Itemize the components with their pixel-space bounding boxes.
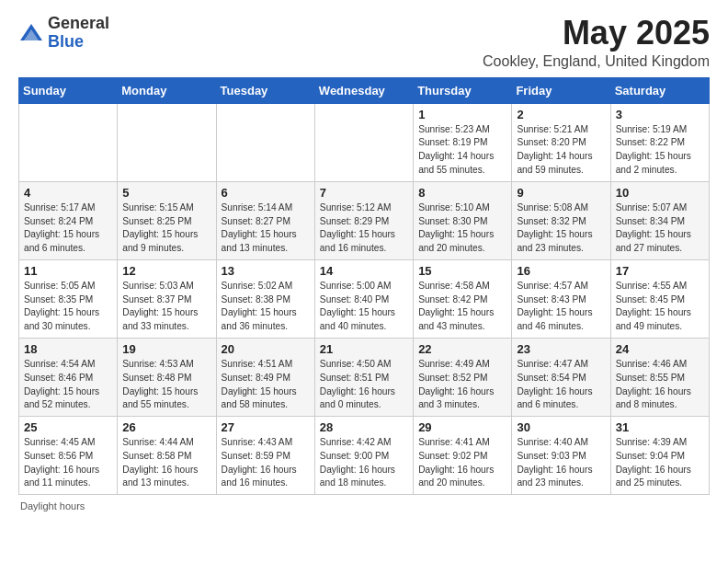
- calendar-cell: 20Sunrise: 4:51 AM Sunset: 8:49 PM Dayli…: [216, 338, 314, 416]
- day-info: Sunrise: 4:55 AM Sunset: 8:45 PM Dayligh…: [616, 280, 704, 334]
- day-number: 22: [418, 342, 506, 356]
- calendar-cell: 9Sunrise: 5:08 AM Sunset: 8:32 PM Daylig…: [512, 181, 610, 259]
- weekday-header-sunday: Sunday: [19, 77, 118, 103]
- weekday-header-wednesday: Wednesday: [314, 77, 413, 103]
- weekday-header-row: SundayMondayTuesdayWednesdayThursdayFrid…: [19, 77, 710, 103]
- day-info: Sunrise: 4:58 AM Sunset: 8:42 PM Dayligh…: [418, 280, 506, 334]
- logo: General Blue: [18, 15, 109, 52]
- calendar-cell: [118, 103, 216, 181]
- day-info: Sunrise: 5:19 AM Sunset: 8:22 PM Dayligh…: [616, 123, 704, 178]
- calendar-cell: 10Sunrise: 5:07 AM Sunset: 8:34 PM Dayli…: [610, 181, 709, 259]
- calendar-cell: 26Sunrise: 4:44 AM Sunset: 8:58 PM Dayli…: [118, 417, 216, 495]
- calendar-cell: 11Sunrise: 5:05 AM Sunset: 8:35 PM Dayli…: [19, 259, 118, 338]
- weekday-header-saturday: Saturday: [610, 77, 709, 103]
- day-number: 23: [517, 342, 605, 356]
- day-info: Sunrise: 4:57 AM Sunset: 8:43 PM Dayligh…: [517, 280, 605, 334]
- weekday-header-friday: Friday: [512, 77, 610, 103]
- page: General Blue May 2025 Cookley, England, …: [0, 0, 728, 521]
- day-info: Sunrise: 5:23 AM Sunset: 8:19 PM Dayligh…: [418, 123, 506, 178]
- day-info: Sunrise: 4:50 AM Sunset: 8:51 PM Dayligh…: [320, 358, 408, 412]
- day-number: 7: [320, 186, 408, 200]
- calendar-cell: [19, 103, 118, 181]
- calendar-cell: 17Sunrise: 4:55 AM Sunset: 8:45 PM Dayli…: [610, 259, 709, 338]
- day-info: Sunrise: 5:14 AM Sunset: 8:27 PM Dayligh…: [222, 201, 310, 256]
- month-title: May 2025: [483, 15, 710, 52]
- day-info: Sunrise: 4:47 AM Sunset: 8:54 PM Dayligh…: [517, 358, 605, 412]
- day-info: Sunrise: 5:05 AM Sunset: 8:35 PM Dayligh…: [24, 280, 112, 334]
- header: General Blue May 2025 Cookley, England, …: [18, 15, 710, 70]
- logo-icon: [18, 20, 44, 46]
- calendar-cell: 22Sunrise: 4:49 AM Sunset: 8:52 PM Dayli…: [414, 338, 512, 416]
- day-number: 25: [24, 420, 112, 434]
- day-info: Sunrise: 4:53 AM Sunset: 8:48 PM Dayligh…: [122, 358, 210, 412]
- day-number: 17: [616, 264, 704, 278]
- calendar-cell: 21Sunrise: 4:50 AM Sunset: 8:51 PM Dayli…: [314, 338, 413, 416]
- day-info: Sunrise: 4:39 AM Sunset: 9:04 PM Dayligh…: [616, 436, 704, 490]
- day-number: 26: [122, 420, 210, 434]
- day-number: 4: [24, 186, 112, 200]
- calendar-cell: 18Sunrise: 4:54 AM Sunset: 8:46 PM Dayli…: [19, 338, 118, 416]
- calendar-cell: 15Sunrise: 4:58 AM Sunset: 8:42 PM Dayli…: [414, 259, 512, 338]
- day-info: Sunrise: 5:08 AM Sunset: 8:32 PM Dayligh…: [517, 201, 605, 256]
- day-number: 29: [418, 420, 506, 434]
- calendar-cell: 4Sunrise: 5:17 AM Sunset: 8:24 PM Daylig…: [19, 181, 118, 259]
- day-number: 11: [24, 264, 112, 278]
- calendar-cell: 14Sunrise: 5:00 AM Sunset: 8:40 PM Dayli…: [314, 259, 413, 338]
- calendar-cell: 8Sunrise: 5:10 AM Sunset: 8:30 PM Daylig…: [414, 181, 512, 259]
- day-info: Sunrise: 5:10 AM Sunset: 8:30 PM Dayligh…: [418, 201, 506, 256]
- calendar-cell: 25Sunrise: 4:45 AM Sunset: 8:56 PM Dayli…: [19, 417, 118, 495]
- logo-blue-text: Blue: [48, 33, 109, 52]
- calendar-cell: 31Sunrise: 4:39 AM Sunset: 9:04 PM Dayli…: [610, 417, 709, 495]
- calendar-cell: 3Sunrise: 5:19 AM Sunset: 8:22 PM Daylig…: [610, 103, 709, 181]
- day-number: 28: [320, 420, 408, 434]
- day-info: Sunrise: 4:45 AM Sunset: 8:56 PM Dayligh…: [24, 436, 112, 490]
- day-info: Sunrise: 5:03 AM Sunset: 8:37 PM Dayligh…: [122, 280, 210, 334]
- day-number: 6: [222, 186, 310, 200]
- calendar-cell: 5Sunrise: 5:15 AM Sunset: 8:25 PM Daylig…: [118, 181, 216, 259]
- day-number: 14: [320, 264, 408, 278]
- day-info: Sunrise: 4:40 AM Sunset: 9:03 PM Dayligh…: [517, 436, 605, 490]
- calendar-cell: 16Sunrise: 4:57 AM Sunset: 8:43 PM Dayli…: [512, 259, 610, 338]
- day-info: Sunrise: 4:41 AM Sunset: 9:02 PM Dayligh…: [418, 436, 506, 490]
- day-info: Sunrise: 5:07 AM Sunset: 8:34 PM Dayligh…: [616, 201, 704, 256]
- calendar-cell: 7Sunrise: 5:12 AM Sunset: 8:29 PM Daylig…: [314, 181, 413, 259]
- day-number: 8: [418, 186, 506, 200]
- day-number: 19: [122, 342, 210, 356]
- day-number: 15: [418, 264, 506, 278]
- weekday-header-thursday: Thursday: [414, 77, 512, 103]
- day-number: 5: [122, 186, 210, 200]
- calendar-cell: 2Sunrise: 5:21 AM Sunset: 8:20 PM Daylig…: [512, 103, 610, 181]
- day-number: 30: [517, 420, 605, 434]
- day-number: 13: [222, 264, 310, 278]
- calendar-cell: 1Sunrise: 5:23 AM Sunset: 8:19 PM Daylig…: [414, 103, 512, 181]
- weekday-header-monday: Monday: [118, 77, 216, 103]
- day-number: 31: [616, 420, 704, 434]
- calendar-cell: 29Sunrise: 4:41 AM Sunset: 9:02 PM Dayli…: [414, 417, 512, 495]
- weekday-header-tuesday: Tuesday: [216, 77, 314, 103]
- calendar-cell: [216, 103, 314, 181]
- day-info: Sunrise: 5:00 AM Sunset: 8:40 PM Dayligh…: [320, 280, 408, 334]
- calendar-cell: 13Sunrise: 5:02 AM Sunset: 8:38 PM Dayli…: [216, 259, 314, 338]
- day-info: Sunrise: 5:17 AM Sunset: 8:24 PM Dayligh…: [24, 201, 112, 256]
- day-number: 10: [616, 186, 704, 200]
- day-number: 9: [517, 186, 605, 200]
- calendar-week-row: 18Sunrise: 4:54 AM Sunset: 8:46 PM Dayli…: [19, 338, 710, 416]
- day-number: 20: [222, 342, 310, 356]
- calendar-cell: 30Sunrise: 4:40 AM Sunset: 9:03 PM Dayli…: [512, 417, 610, 495]
- day-number: 12: [122, 264, 210, 278]
- day-info: Sunrise: 5:21 AM Sunset: 8:20 PM Dayligh…: [517, 123, 605, 178]
- calendar-cell: 23Sunrise: 4:47 AM Sunset: 8:54 PM Dayli…: [512, 338, 610, 416]
- footer-note: Daylight hours: [18, 500, 710, 511]
- day-info: Sunrise: 5:02 AM Sunset: 8:38 PM Dayligh…: [222, 280, 310, 334]
- day-info: Sunrise: 4:43 AM Sunset: 8:59 PM Dayligh…: [222, 436, 310, 490]
- day-number: 16: [517, 264, 605, 278]
- calendar-cell: 6Sunrise: 5:14 AM Sunset: 8:27 PM Daylig…: [216, 181, 314, 259]
- day-number: 2: [517, 108, 605, 121]
- day-info: Sunrise: 4:46 AM Sunset: 8:55 PM Dayligh…: [616, 358, 704, 412]
- day-number: 21: [320, 342, 408, 356]
- calendar-week-row: 1Sunrise: 5:23 AM Sunset: 8:19 PM Daylig…: [19, 103, 710, 181]
- calendar-cell: 19Sunrise: 4:53 AM Sunset: 8:48 PM Dayli…: [118, 338, 216, 416]
- logo-general-text: General: [48, 15, 109, 33]
- location-title: Cookley, England, United Kingdom: [483, 53, 710, 70]
- calendar-cell: 28Sunrise: 4:42 AM Sunset: 9:00 PM Dayli…: [314, 417, 413, 495]
